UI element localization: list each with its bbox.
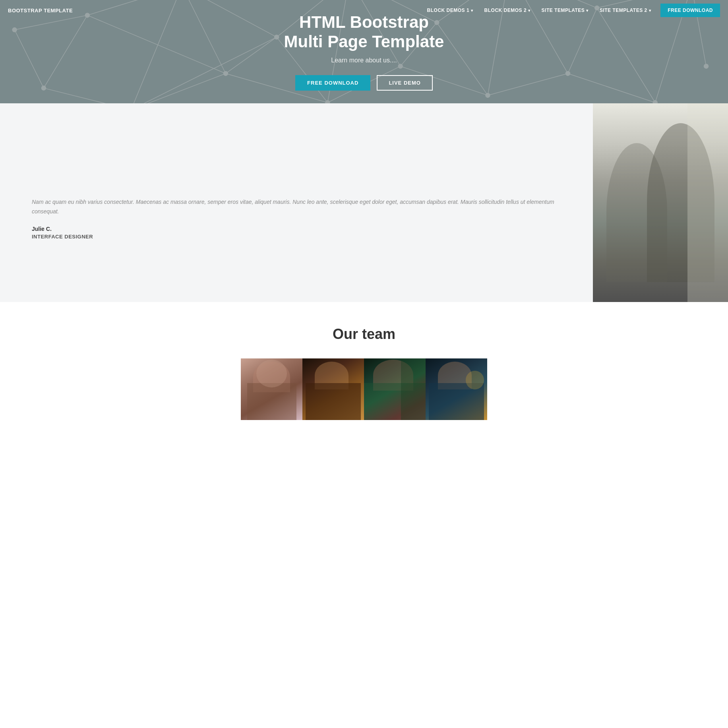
navigation: BOOTSTRAP TEMPLATE BLOCK DEMOS 1 ▾ BLOCK… xyxy=(0,0,728,21)
hero-live-demo-button[interactable]: LIVE DEMO xyxy=(377,75,433,91)
svg-line-50 xyxy=(131,37,277,103)
team-title: Our team xyxy=(8,326,720,343)
team-photo-3 xyxy=(364,358,426,420)
nav-site-templates[interactable]: SITE TEMPLATES ▾ xyxy=(537,4,593,16)
nav-block-demos-1[interactable]: BLOCK DEMOS 1 ▾ xyxy=(422,4,478,16)
svg-line-34 xyxy=(226,37,277,74)
testimonial-image xyxy=(593,103,728,302)
nav-free-download-button[interactable]: FREE DOWNLOAD xyxy=(660,4,720,17)
team-photo-4 xyxy=(426,358,487,420)
hero-subtitle: Learn more about us.... xyxy=(284,57,444,64)
nav-block-demos-2[interactable]: BLOCK DEMOS 2 ▾ xyxy=(480,4,535,16)
svg-line-31 xyxy=(568,74,655,103)
svg-line-45 xyxy=(437,23,488,95)
testimonial-section: Nam ac quam eu nibh varius consectetur. … xyxy=(0,103,728,302)
testimonial-role: INTERFACE DESIGNER xyxy=(32,234,569,240)
nav-links: BLOCK DEMOS 1 ▾ BLOCK DEMOS 2 ▾ SITE TEM… xyxy=(422,4,720,17)
chevron-down-icon: ▾ xyxy=(586,8,589,13)
svg-line-41 xyxy=(15,30,44,88)
chevron-down-icon: ▾ xyxy=(649,8,651,13)
hero-free-download-button[interactable]: FREE DOWNLOAD xyxy=(295,75,370,91)
chevron-down-icon: ▾ xyxy=(471,8,473,13)
svg-line-49 xyxy=(87,15,226,74)
team-section: Our team xyxy=(0,302,728,428)
brand-logo[interactable]: BOOTSTRAP TEMPLATE xyxy=(8,8,73,14)
team-card-3 xyxy=(364,358,426,420)
svg-line-47 xyxy=(597,8,655,103)
team-photo-2 xyxy=(302,358,364,420)
team-card-2 xyxy=(302,358,364,420)
testimonial-name: Julie C. xyxy=(32,226,569,232)
testimonial-quote: Nam ac quam eu nibh varius consectetur. … xyxy=(32,197,569,217)
team-card-4 xyxy=(426,358,487,420)
svg-line-32 xyxy=(44,15,87,88)
svg-line-30 xyxy=(488,74,568,95)
svg-line-25 xyxy=(44,88,131,103)
testimonial-text: Nam ac quam eu nibh varius consectetur. … xyxy=(0,103,593,302)
team-photo-1 xyxy=(241,358,302,420)
hero-content: HTML Bootstrap Multi Page Template Learn… xyxy=(284,13,444,91)
hero-buttons: FREE DOWNLOAD LIVE DEMO xyxy=(284,75,444,91)
chevron-down-icon: ▾ xyxy=(528,8,531,13)
nav-site-templates-2[interactable]: SITE TEMPLATES 2 ▾ xyxy=(595,4,656,16)
svg-line-26 xyxy=(131,74,226,103)
team-grid xyxy=(8,358,720,420)
team-card-1 xyxy=(241,358,302,420)
